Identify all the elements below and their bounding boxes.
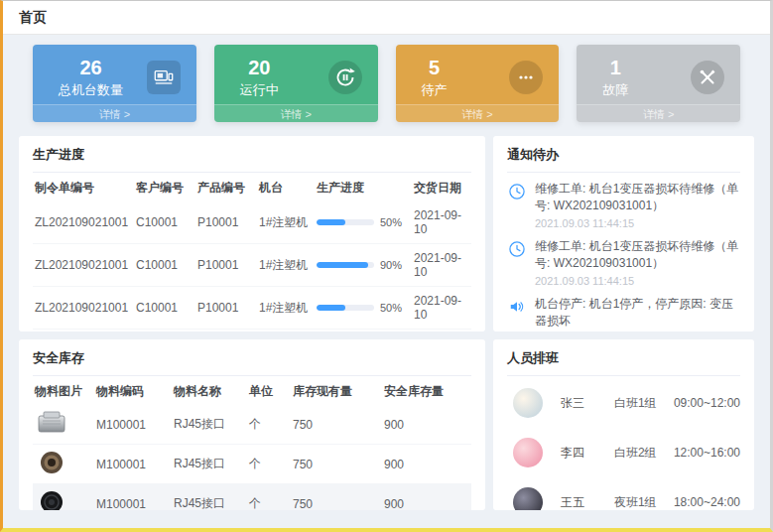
cell-customer-no: C10001 [134,201,195,244]
notification-time: 2021.09.03 11:44:15 [535,275,740,287]
column-header-delivery-date: 交货日期 [412,173,471,201]
column-header-customer-no: 客户编号 [134,173,195,201]
cell-machine: 1#注塑机 [257,201,315,244]
stat-value-fault: 1 [602,56,628,79]
cell-material-code: M100001 [94,445,172,484]
notifications-panel-title: 通知待办 [507,146,740,173]
staff-name: 张三 [561,395,614,412]
cell-material-image [33,445,94,484]
stat-label-total-machines: 总机台数量 [59,81,123,99]
progress-bar [317,219,374,225]
cell-progress: 50% [315,287,412,330]
rj45-connector-photo [35,410,68,436]
staff-shift: 白班2组 [614,445,674,462]
stat-card-body: 5 待产 [396,45,560,104]
cell-material-code: M100001 [94,405,172,445]
cell-material-name: RJ45接口 [172,484,247,511]
cell-current-stock: 750 [291,445,382,484]
cell-safety-stock: 900 [382,484,471,511]
progress-label: 50% [380,216,402,228]
production-table-header: 制令单编号 客户编号 产品编号 机台 生产进度 交货日期 [33,173,471,201]
cell-delivery-date: 2021-09-10 [412,287,471,330]
cell-order-no: ZL202109021001 [33,287,134,330]
notification-text: 维修工单: 机台1变压器损坏待维修（单号: WX202109031001） [535,238,740,273]
avatar-wangwu [513,487,543,510]
stat-card-fault[interactable]: 1 故障 详情 > [577,45,740,122]
inventory-row: M100001 RJ45接口 个 750 900 [33,484,471,511]
cell-customer-no: C10001 [134,287,195,330]
stat-card-body: 1 故障 [577,45,740,104]
speaker-photo [35,489,68,510]
staff-time: 18:00~24:00 [674,495,740,509]
staff-row: 王五 夜班1组 18:00~24:00 [507,487,740,510]
notification-body: 维修工单: 机台1变压器损坏待维修（单号: WX202109031001） 20… [535,238,740,287]
column-header-unit: 单位 [247,376,291,405]
stat-card-total-machines[interactable]: 26 总机台数量 详情 > [33,45,196,122]
detail-link-running[interactable]: 详情 > [214,104,378,122]
avatar-lisi [513,438,543,467]
standby-icon [509,61,543,94]
stat-card-body: 26 总机台数量 [33,45,196,104]
production-row: ZL202109021001 C10001 P10001 1#注塑机 50% 2… [33,287,471,330]
cell-material-image [33,484,94,511]
detail-link-standby[interactable]: 详情 > [396,104,560,122]
notification-body: 机台停产: 机台1停产，停产原因: 变压器损坏 2021.09.03 11:44… [535,296,740,332]
notifications-panel: 通知待办 维修工单: 机台1变压器损坏待维修（单号: WX20210903100… [493,136,754,332]
column-header-material-code: 物料编码 [94,376,172,405]
detail-link-total-machines[interactable]: 详情 > [33,104,196,122]
column-header-material-image: 物料图片 [33,376,94,405]
cell-order-no: ZL202109021001 [33,330,134,332]
notification-time: 2021.09.03 11:44:15 [535,217,740,229]
cell-product-no: P10001 [195,244,257,287]
stat-card-body: 20 运行中 [214,45,378,104]
speaker-icon [507,297,527,317]
notification-item-repair-2[interactable]: 维修工单: 机台1变压器损坏待维修（单号: WX202109031001） 20… [507,238,740,287]
cell-unit: 个 [247,445,291,484]
stat-label-running: 运行中 [240,81,279,99]
round-connector-photo [35,450,68,475]
cell-order-no: ZL202109021001 [33,201,134,244]
stat-label-fault: 故障 [602,81,628,99]
stat-card-running[interactable]: 20 运行中 详情 > [214,45,378,122]
progress-bar [317,262,374,268]
production-row: ZL202109021001 C10001 P10001 1#注塑机 50% 2… [33,330,471,332]
cell-product-no: P10001 [195,287,257,330]
staff-time: 09:00~12:00 [674,396,740,410]
cell-unit: 个 [247,484,291,511]
cell-material-name: RJ45接口 [172,445,247,484]
safety-stock-table-header: 物料图片 物料编码 物料名称 单位 库存现有量 安全库存量 [33,376,471,405]
cell-machine: 1#注塑机 [257,330,315,332]
running-icon [328,61,362,94]
stat-card-info: 20 运行中 [240,56,279,99]
cell-delivery-date: 2021-09-10 [412,330,471,332]
safety-stock-panel-title: 安全库存 [33,349,471,376]
notification-item-machine-stop[interactable]: 机台停产: 机台1停产，停产原因: 变压器损坏 2021.09.03 11:44… [507,296,740,332]
dashboard-window: 首页 26 总机台数量 [0,0,773,532]
page-title: 首页 [19,9,47,27]
cell-safety-stock: 900 [382,405,471,445]
production-table: 制令单编号 客户编号 产品编号 机台 生产进度 交货日期 ZL202109021… [33,173,471,332]
cell-unit: 个 [247,405,291,445]
stat-card-standby[interactable]: 5 待产 详情 > [396,45,560,122]
cell-current-stock: 750 [291,484,382,511]
staff-name: 王五 [561,494,614,511]
clock-icon [507,182,527,201]
clock-icon [507,239,527,259]
staff-name: 李四 [561,445,614,462]
inventory-row: M100001 RJ45接口 个 750 900 [33,405,471,445]
staff-shift: 白班1组 [614,395,674,412]
safety-stock-panel: 安全库存 物料图片 物料编码 物料名称 单位 库存现有量 安全库存量 [19,339,485,510]
column-header-current-stock: 库存现有量 [291,376,382,405]
cell-product-no: P10001 [195,201,257,244]
notifications-list: 维修工单: 机台1变压器损坏待维修（单号: WX202109031001） 20… [507,173,740,332]
column-header-machine: 机台 [257,173,315,201]
staffing-list: 张三 白班1组 09:00~12:00 李四 白班2组 12:00~16:00 … [507,376,740,510]
detail-link-fault[interactable]: 详情 > [577,104,740,122]
cell-machine: 1#注塑机 [257,244,315,287]
machine-icon [147,61,181,94]
notification-text: 维修工单: 机台1变压器损坏待维修（单号: WX202109031001） [535,181,740,215]
cell-progress: 90% [315,244,412,287]
notification-item-repair-1[interactable]: 维修工单: 机台1变压器损坏待维修（单号: WX202109031001） 20… [507,181,740,229]
stat-card-info: 26 总机台数量 [59,56,123,99]
production-progress-panel: 生产进度 制令单编号 客户编号 产品编号 机台 生产进度 交货日期 [19,136,485,332]
